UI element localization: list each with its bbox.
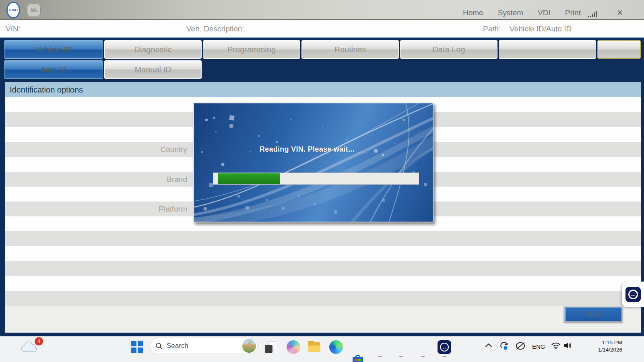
search-icon	[155, 342, 163, 350]
task-view-button[interactable]	[265, 341, 276, 353]
reading-vin-dialog: Reading VIN. Please wait... _ _	[193, 103, 433, 222]
path-label: Path:	[483, 25, 501, 33]
teamviewer-taskbar-icon[interactable]: ↔	[438, 340, 451, 354]
notification-badge: 4	[35, 337, 43, 346]
section-title: Identification options	[10, 85, 83, 95]
panel-footer	[5, 306, 641, 333]
file-explorer-icon[interactable]	[308, 340, 321, 354]
saic-logo-icon: SAIC	[6, 2, 20, 19]
list-row	[5, 291, 641, 306]
tray-chevron-up-icon[interactable]	[485, 343, 493, 348]
brand-label: Brand	[5, 175, 187, 184]
running-indicator	[421, 356, 425, 357]
tab-empty	[499, 40, 596, 59]
tray-time: 1:15 PM	[588, 339, 622, 346]
privacy-eye-off-icon[interactable]	[516, 341, 525, 350]
tab-routines[interactable]: Routines	[301, 40, 399, 59]
search-bar[interactable]: Search	[150, 338, 258, 354]
list-row	[5, 276, 641, 291]
volume-icon[interactable]	[564, 342, 572, 349]
search-placeholder: Search	[167, 342, 242, 350]
bing-daily-image[interactable]	[242, 339, 256, 353]
platform-label: Platform	[5, 205, 187, 214]
mg-logo-icon: MG	[27, 3, 41, 17]
close-icon[interactable]: ✕	[617, 8, 623, 17]
progress-fill	[218, 173, 280, 184]
menu-system[interactable]: System	[498, 8, 523, 17]
start-button-label: Start	[585, 310, 602, 319]
list-row	[5, 231, 641, 246]
running-indicator	[443, 356, 446, 357]
tray-clock[interactable]: 1:15 PM 1/14/2026	[588, 339, 622, 353]
list-row	[5, 261, 641, 276]
teamviewer-icon: ↔	[625, 287, 641, 302]
language-indicator[interactable]: ENG	[532, 343, 545, 350]
start-button[interactable]: Start	[564, 306, 622, 322]
wifi-icon[interactable]	[551, 342, 560, 349]
path-value: Vehicle ID/Auto ID	[510, 25, 572, 33]
veh-description-label: Veh. Description:	[186, 25, 244, 33]
info-bar: VIN: Veh. Description: Path: Vehicle ID/…	[0, 20, 644, 37]
menu-home[interactable]: Home	[463, 8, 483, 17]
subtab-auto-id[interactable]: Auto ID	[4, 60, 103, 79]
progress-bar	[213, 173, 419, 185]
copilot-icon[interactable]	[287, 340, 300, 354]
dialog-message: Reading VIN. Please wait... _ _	[194, 145, 433, 154]
running-indicator	[378, 356, 382, 357]
section-header: Identification options	[5, 82, 641, 97]
tray-date: 1/14/2026	[588, 346, 622, 354]
country-label: Country	[5, 145, 187, 154]
tab-empty-end	[597, 40, 641, 59]
subtab-manual-id[interactable]: Manual ID	[104, 60, 202, 79]
title-bar: SAIC MG Home System VDI Print ✕	[0, 0, 644, 20]
menu-vdi[interactable]: VDI	[538, 8, 551, 17]
vin-label: VIN:	[6, 25, 21, 33]
menu-print[interactable]: Print	[565, 8, 581, 17]
running-indicator	[399, 356, 403, 357]
app-menu: Home System VDI Print	[463, 8, 581, 17]
tab-data-log[interactable]: Data Log	[400, 40, 497, 59]
signal-bars-icon	[588, 10, 599, 18]
tab-diagnostic[interactable]: Diagnostic	[104, 40, 202, 59]
edge-browser-icon[interactable]	[329, 340, 343, 354]
taskbar	[0, 336, 644, 362]
restart-pending-icon[interactable]	[500, 341, 509, 351]
list-row	[5, 246, 641, 261]
tab-vehicle-id[interactable]: Vehicle ID	[4, 40, 103, 59]
microsoft-store-icon[interactable]	[351, 354, 365, 362]
windows-start-button[interactable]	[131, 341, 143, 353]
teamviewer-panel-flap[interactable]: ↔	[622, 282, 644, 307]
dialog-background-art	[194, 103, 433, 222]
tab-programming[interactable]: Programming	[203, 40, 300, 59]
